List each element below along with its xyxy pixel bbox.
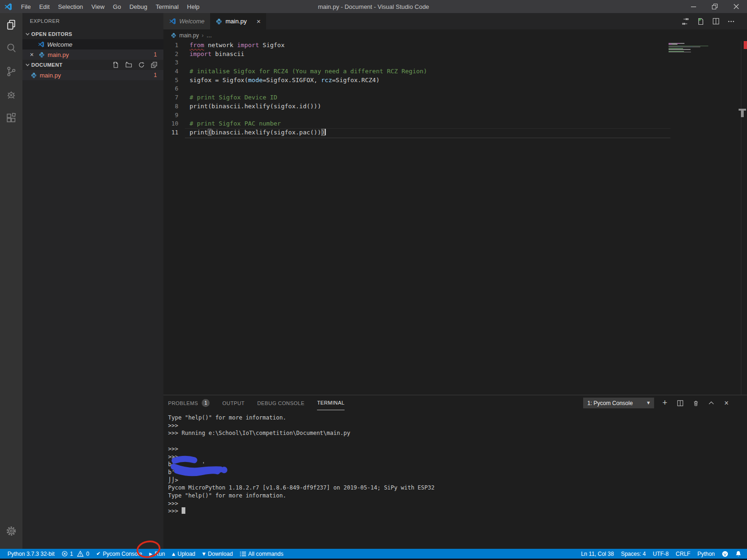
breadcrumb[interactable]: main.py › … (163, 29, 747, 41)
run-python-file-icon[interactable] (697, 18, 705, 25)
panel-tab-output[interactable]: OUTPUT (222, 395, 245, 411)
line-number: 7 (163, 93, 178, 102)
open-editors-header[interactable]: OPEN EDITORS (22, 29, 163, 39)
close-icon[interactable]: × (30, 51, 34, 58)
open-editor-label: main.py (48, 51, 69, 58)
file-mainpy[interactable]: main.py 1 (22, 70, 163, 80)
python-interpreter-item[interactable]: Python 3.7.3 32-bit (7, 551, 55, 557)
line-number: 5 (163, 76, 178, 85)
code-line-4[interactable]: 4# initalise Sigfox for RCZ4 (You may ne… (163, 67, 747, 76)
editor-region: Welcome main.py × ma (163, 13, 747, 395)
code-line-1[interactable]: 1from network import Sigfox (163, 41, 747, 50)
vscode-logo-icon (38, 41, 44, 48)
chevron-down-icon (24, 63, 31, 67)
panel-tab-debug-console[interactable]: DEBUG CONSOLE (257, 395, 304, 411)
menu-help[interactable]: Help (183, 0, 204, 13)
encoding-item[interactable]: UTF-8 (653, 551, 669, 557)
minimap[interactable] (669, 43, 710, 53)
panel-tab-terminal[interactable]: TERMINAL (317, 395, 345, 411)
close-panel-icon[interactable]: × (723, 399, 730, 407)
terminal-line: >>> (168, 500, 742, 508)
language-mode-item[interactable]: Python (698, 551, 715, 557)
list-icon (240, 551, 246, 557)
tab-mainpy[interactable]: main.py × (210, 13, 266, 29)
code-line-9[interactable]: 9 (163, 111, 747, 120)
red-annotation-circle (135, 538, 163, 560)
window-title: main.py - Document - Visual Studio Code (318, 3, 429, 10)
cursor-position-item[interactable]: Ln 11, Col 38 (581, 551, 614, 557)
code-editor[interactable]: 1from network import Sigfox2import binas… (163, 41, 747, 395)
chevron-down-icon (24, 32, 31, 36)
settings-gear-icon[interactable] (0, 525, 22, 537)
breadcrumb-separator: › (202, 32, 204, 39)
code-line-5[interactable]: 5sigfox = Sigfox(mode=Sigfox.SIGFOX, rcz… (163, 76, 747, 85)
sidebar-title: EXPLORER (22, 13, 163, 29)
panel-header: PROBLEMS1OUTPUTDEBUG CONSOLETERMINAL 1: … (163, 395, 747, 411)
open-editor-mainpy[interactable]: × main.py 1 (22, 49, 163, 60)
line-number: 8 (163, 102, 178, 111)
split-editor-icon[interactable] (712, 18, 719, 25)
close-tab-icon[interactable]: × (256, 18, 261, 25)
menu-edit[interactable]: Edit (35, 0, 54, 13)
tab-welcome[interactable]: Welcome (163, 13, 210, 29)
code-line-6[interactable]: 6 (163, 84, 747, 93)
extensions-icon[interactable] (0, 106, 22, 130)
menu-file[interactable]: File (17, 0, 35, 13)
menu-terminal[interactable]: Terminal (151, 0, 183, 13)
terminal-line: ⌡⌡> (168, 476, 742, 484)
close-window-button[interactable] (726, 0, 747, 13)
split-terminal-icon[interactable] (677, 400, 684, 406)
triangle-down-icon: ▼ (202, 552, 205, 556)
terminal-selector-dropdown[interactable]: 1: Pycom Console ▼ (583, 398, 654, 408)
python-file-icon (171, 33, 176, 38)
minimize-button[interactable] (683, 0, 704, 13)
new-file-icon[interactable] (113, 62, 119, 68)
menubar: FileEditSelectionViewGoDebugTerminalHelp (17, 0, 204, 13)
folder-header-document[interactable]: DOCUMENT (22, 60, 163, 70)
open-editor-label: Welcome (47, 41, 72, 48)
download-item[interactable]: ▼ Download (202, 551, 233, 557)
terminal-output[interactable]: Type "help()" for more information.>>>>>… (168, 414, 742, 549)
debug-icon[interactable] (0, 83, 22, 106)
indentation-item[interactable]: Spaces: 4 (621, 551, 646, 557)
overview-ruler (741, 41, 741, 395)
warning-icon (77, 551, 84, 557)
code-line-10[interactable]: 10# print Sigfox PAC number (163, 119, 747, 128)
new-folder-icon[interactable] (125, 62, 132, 68)
more-actions-icon[interactable] (727, 18, 735, 25)
open-changes-icon[interactable] (682, 18, 689, 25)
new-terminal-icon[interactable]: + (661, 398, 669, 408)
eol-item[interactable]: CRLF (676, 551, 690, 557)
notifications-bell-icon[interactable] (735, 551, 741, 557)
all-commands-item[interactable]: All commands (240, 551, 283, 557)
blue-redaction-scribble (167, 455, 233, 479)
restore-button[interactable] (704, 0, 726, 13)
titlebar: FileEditSelectionViewGoDebugTerminalHelp… (0, 0, 747, 13)
code-line-8[interactable]: 8print(binascii.hexlify(sigfox.id())) (163, 102, 747, 111)
code-line-2[interactable]: 2import binascii (163, 50, 747, 59)
menu-debug[interactable]: Debug (125, 0, 151, 13)
upload-item[interactable]: ▲ Upload (172, 551, 195, 557)
code-line-11[interactable]: 11print(binascii.hexlify(sigfox.pac())) (163, 128, 747, 137)
open-editor-welcome[interactable]: Welcome (22, 39, 163, 49)
search-icon[interactable] (0, 36, 22, 60)
menu-selection[interactable]: Selection (54, 0, 87, 13)
explorer-sidebar: EXPLORER OPEN EDITORS Welcome × main.py … (22, 13, 163, 549)
menu-go[interactable]: Go (109, 0, 125, 13)
python-file-icon (39, 52, 45, 58)
maximize-panel-icon[interactable] (707, 400, 715, 406)
code-line-3[interactable]: 3 (163, 58, 747, 67)
refresh-icon[interactable] (138, 62, 145, 68)
explorer-icon[interactable] (0, 13, 22, 36)
collapse-all-icon[interactable] (151, 62, 157, 68)
problems-count-badge: 1 (202, 399, 210, 407)
file-label: main.py (40, 72, 61, 79)
source-control-icon[interactable] (0, 60, 22, 83)
panel-tab-problems[interactable]: PROBLEMS1 (168, 395, 210, 411)
menu-view[interactable]: View (87, 0, 109, 13)
code-line-7[interactable]: 7# print Sigfox Device ID (163, 93, 747, 102)
line-number: 2 (163, 50, 178, 59)
kill-terminal-icon[interactable] (692, 400, 699, 406)
problems-item[interactable]: 1 0 (62, 551, 89, 557)
feedback-smiley-icon[interactable] (722, 551, 728, 557)
